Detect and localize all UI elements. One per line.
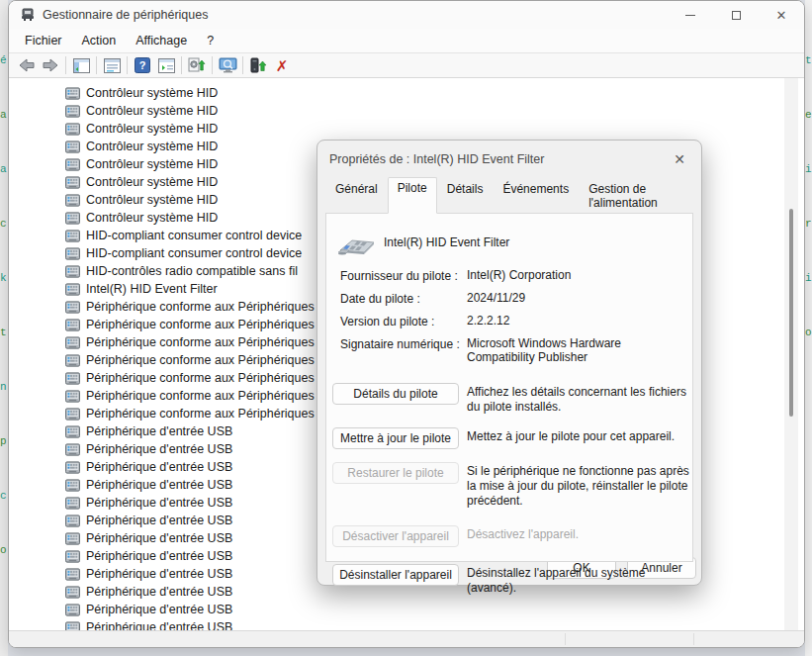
update-driver-button-dialog[interactable]: Mettre à jour le pilote <box>332 427 459 449</box>
back-button[interactable] <box>15 55 39 75</box>
hid-device-icon <box>65 497 80 510</box>
tree-item-label: Contrôleur système HID <box>86 104 218 118</box>
action-row: Détails du pilote Affichez les détails c… <box>332 383 692 415</box>
tree-row[interactable]: Périphérique d'entrée USB <box>9 601 804 618</box>
titlebar: Gestionnaire de périphériques ✕ <box>9 1 804 29</box>
tab-evenements[interactable]: Événements <box>493 177 579 214</box>
forward-button[interactable] <box>39 55 62 75</box>
tab-gestion-alimentation[interactable]: Gestion de l'alimentation <box>579 177 701 214</box>
hid-device-icon <box>65 479 80 492</box>
hid-device-icon <box>65 158 80 171</box>
items-view-button[interactable] <box>154 55 178 75</box>
action-description: Mettez à jour le pilote pour cet apparei… <box>467 427 692 444</box>
show-console-tree-button[interactable] <box>69 55 93 75</box>
field-label: Fournisseur du pilote : <box>340 269 467 283</box>
tree-item-label: Périphérique d'entrée USB <box>86 424 232 438</box>
tree-scrollbar[interactable] <box>784 78 798 631</box>
background-window-right-sliver: teirio <box>805 0 812 656</box>
dialog-close-button[interactable]: ✕ <box>670 150 689 168</box>
uninstall-device-button[interactable]: ✗ <box>270 55 294 75</box>
background-text-fragment: é <box>0 54 8 109</box>
menu-affichage[interactable]: Affichage <box>126 31 197 50</box>
field-label: Version du pilote : <box>340 315 467 328</box>
background-text-fragment: n <box>0 381 8 435</box>
background-text-fragment: e <box>805 109 812 163</box>
properties-icon <box>104 58 121 73</box>
action-row: Désinstaller l'appareil Désinstallez l'a… <box>332 564 692 596</box>
update-driver-icon <box>249 57 267 73</box>
action-row: Restaurer le pilote Si le périphérique n… <box>332 462 692 509</box>
action-description: Désactivez l'appareil. <box>467 525 692 542</box>
hid-device-icon <box>65 194 80 207</box>
tree-item-label: HID-compliant consumer control device <box>86 246 302 260</box>
toolbar-separator <box>65 56 66 74</box>
tree-item-label: Contrôleur système HID <box>86 157 218 171</box>
maximize-button[interactable] <box>713 1 759 29</box>
action-description: Si le périphérique ne fonctionne pas apr… <box>467 462 692 509</box>
hid-device-icon <box>65 230 80 242</box>
tree-item-label: Contrôleur système HID <box>86 175 218 189</box>
hid-device-icon <box>65 123 80 136</box>
disable-device-button: Désactiver l'appareil <box>332 525 459 547</box>
hid-device-icon <box>65 283 80 296</box>
tree-item-label: Périphérique d'entrée USB <box>86 531 232 545</box>
tree-item-label: Périphérique d'entrée USB <box>86 478 232 492</box>
driver-actions: Détails du pilote Affichez les détails c… <box>326 374 692 596</box>
dialog-titlebar: Propriétés de : Intel(R) HID Event Filte… <box>317 141 701 177</box>
toolbar-separator <box>96 56 97 74</box>
scan-hardware-changes-button[interactable] <box>185 55 209 75</box>
statusbar-separator <box>565 633 566 645</box>
toolbar: ? <box>9 52 804 78</box>
hid-device-icon <box>65 336 80 349</box>
background-text-fragment: p <box>0 435 8 490</box>
tree-row[interactable]: Contrôleur système HID <box>9 120 804 138</box>
action-row: Mettre à jour le pilote Mettez à jour le… <box>332 427 692 449</box>
menu-help[interactable]: ? <box>197 31 224 50</box>
menu-action[interactable]: Action <box>72 31 127 50</box>
tree-item-label: HID-contrôles radio compatible sans fil <box>86 264 298 278</box>
uninstall-device-button-dialog[interactable]: Désinstaller l'appareil <box>332 564 459 586</box>
background-text-fragment: t <box>0 327 8 381</box>
tab-general[interactable]: Général <box>325 177 388 214</box>
tree-item-label: Périphérique d'entrée USB <box>86 442 232 456</box>
tab-pilote[interactable]: Pilote <box>388 177 437 214</box>
close-button[interactable]: ✕ <box>759 1 804 29</box>
tree-item-label: Périphérique conforme aux Périphériques … <box>86 335 324 349</box>
hid-device-icon <box>65 87 80 100</box>
action-description: Désinstallez l'appareil du système (avan… <box>467 564 692 596</box>
hid-device-icon <box>65 141 80 153</box>
update-driver-button[interactable] <box>246 55 270 75</box>
hid-device-icon <box>65 319 80 331</box>
tree-item-label: Périphérique conforme aux Périphériques … <box>86 389 324 403</box>
tree-row[interactable]: Contrôleur système HID <box>9 102 804 120</box>
tree-item-label: Contrôleur système HID <box>86 211 218 225</box>
hid-device-icon <box>65 301 80 314</box>
hid-device-icon <box>65 390 80 403</box>
tree-item-label: Périphérique conforme aux Périphériques … <box>86 318 324 331</box>
device-manager-app-icon <box>21 8 35 22</box>
field-row: Date du pilote : 2024/11/29 <box>340 292 692 306</box>
field-row: Signataire numérique : Microsoft Windows… <box>340 337 692 365</box>
background-text-fragment: i <box>805 163 812 218</box>
tree-item-label: Périphérique d'entrée USB <box>86 603 232 616</box>
tab-details[interactable]: Détails <box>437 177 494 214</box>
uninstall-x-icon: ✗ <box>276 58 289 73</box>
scan-hardware-icon <box>188 57 206 73</box>
field-label: Date du pilote : <box>340 292 467 306</box>
statusbar-separator <box>693 633 694 645</box>
scrollbar-thumb[interactable] <box>789 209 793 417</box>
tree-item-label: Périphérique d'entrée USB <box>86 585 232 599</box>
tree-item-label: Périphérique d'entrée USB <box>86 460 232 474</box>
help-button[interactable]: ? <box>131 55 154 75</box>
properties-button[interactable] <box>100 55 124 75</box>
menu-fichier[interactable]: Fichier <box>15 31 72 50</box>
driver-details-button[interactable]: Détails du pilote <box>332 383 459 405</box>
hid-device-icon <box>65 265 80 278</box>
search-computer-button[interactable] <box>216 55 239 75</box>
background-text-fragment: r <box>805 218 812 272</box>
keyboard-device-icon <box>336 229 376 256</box>
hid-device-icon <box>65 408 80 421</box>
tree-row[interactable]: Contrôleur système HID <box>9 84 804 102</box>
hid-device-icon <box>65 604 80 616</box>
minimize-button[interactable] <box>668 1 713 29</box>
